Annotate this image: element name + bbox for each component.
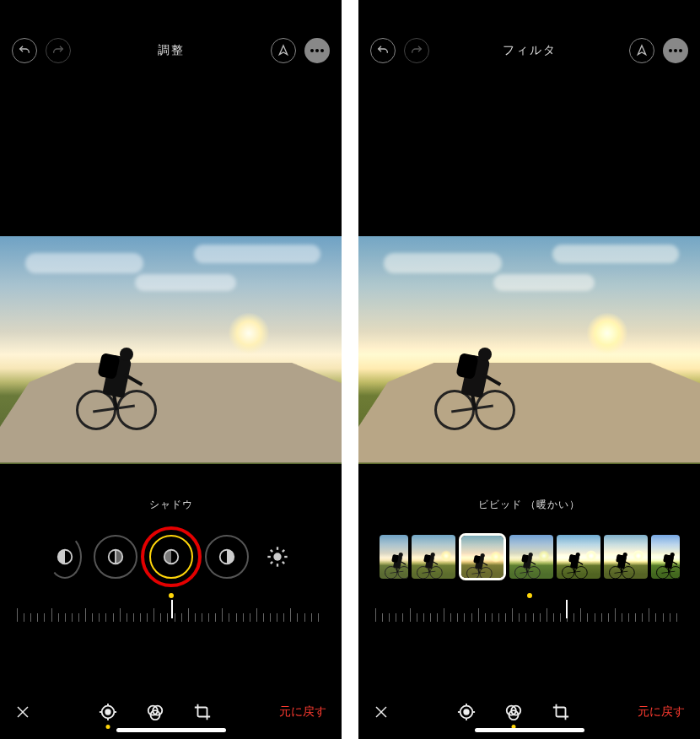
filter-tool-button[interactable]: [145, 702, 165, 722]
svg-point-28: [674, 49, 677, 52]
filter-tool-button[interactable]: [503, 702, 524, 722]
svg-point-1: [315, 49, 319, 52]
cancel-button[interactable]: [15, 704, 30, 720]
more-button[interactable]: [663, 38, 688, 63]
adjust-tool-button[interactable]: [98, 702, 118, 722]
redo-button[interactable]: [404, 38, 429, 63]
svg-point-2: [320, 49, 324, 52]
undo-button[interactable]: [370, 38, 396, 63]
active-dot-icon: [105, 725, 110, 729]
exposure-icon: [106, 548, 125, 566]
value-ruler[interactable]: [17, 601, 325, 622]
value-ruler[interactable]: [375, 601, 683, 622]
close-icon: [374, 704, 389, 720]
crop-tool-icon: [552, 703, 570, 721]
filter-dramatic-warm[interactable]: [604, 535, 648, 579]
more-icon: [310, 49, 324, 52]
svg-line-15: [282, 550, 283, 552]
adjustment-name-label: シャドウ: [0, 498, 342, 512]
adjust-item-exposure[interactable]: [94, 535, 137, 579]
crop-tool-button[interactable]: [551, 702, 571, 722]
filter-vivid-cool[interactable]: [509, 535, 553, 579]
filter-name-label: ビビッド （暖かい）: [358, 498, 700, 512]
undo-icon: [18, 44, 31, 57]
adjust-carousel[interactable]: [0, 527, 342, 586]
mode-title: 調整: [158, 43, 185, 58]
revert-button[interactable]: 元に戻す: [279, 704, 326, 720]
markup-icon: [635, 44, 649, 57]
phone-screen-filter: フィルタ ビビッド （暖かい） 元に戻す: [358, 0, 700, 739]
more-icon: [669, 49, 682, 52]
auto-icon: [56, 548, 74, 566]
cancel-button[interactable]: [374, 704, 389, 720]
markup-icon: [277, 44, 290, 57]
photo-preview[interactable]: [0, 236, 342, 464]
svg-line-14: [270, 562, 272, 564]
filter-dramatic[interactable]: [557, 535, 600, 579]
markup-button[interactable]: [271, 38, 296, 63]
adjust-tool-icon: [457, 703, 476, 721]
undo-icon: [376, 44, 390, 57]
svg-point-7: [273, 553, 281, 560]
carousel-indicator-dot: [169, 593, 174, 598]
revert-button[interactable]: 元に戻す: [638, 704, 685, 720]
filter-original[interactable]: [380, 535, 408, 579]
brightness-icon: [266, 545, 289, 569]
home-indicator[interactable]: [116, 728, 226, 732]
svg-line-12: [270, 550, 272, 552]
photo-preview[interactable]: [358, 236, 700, 464]
undo-button[interactable]: [12, 38, 37, 63]
markup-button[interactable]: [629, 38, 654, 63]
top-bar: 調整: [0, 0, 342, 76]
photo-subject: [434, 329, 519, 430]
shadows-icon: [162, 548, 180, 566]
carousel-indicator-dot: [527, 593, 532, 598]
adjust-item-auto[interactable]: [48, 535, 82, 579]
mode-title: フィルタ: [503, 43, 557, 58]
adjust-tool-icon: [99, 703, 117, 721]
svg-line-13: [282, 562, 283, 564]
svg-point-27: [669, 49, 672, 52]
svg-point-19: [105, 709, 110, 715]
adjust-item-brightness[interactable]: [261, 535, 294, 579]
home-indicator[interactable]: [475, 728, 584, 732]
redo-button[interactable]: [46, 38, 71, 63]
filter-vivid-warm[interactable]: [459, 533, 506, 580]
svg-point-0: [310, 49, 314, 52]
close-icon: [15, 704, 30, 720]
svg-point-33: [464, 709, 469, 715]
filter-tool-icon: [146, 703, 164, 721]
photo-subject: [76, 329, 160, 430]
filter-dramatic-cool[interactable]: [651, 535, 680, 579]
adjust-tool-button[interactable]: [456, 702, 477, 722]
crop-tool-button[interactable]: [192, 702, 213, 722]
more-button[interactable]: [304, 38, 330, 63]
filter-vivid[interactable]: [412, 535, 455, 579]
filter-carousel[interactable]: [358, 527, 700, 586]
contrast-icon: [218, 548, 236, 566]
phone-screen-adjust: 調整 シャドウ: [0, 0, 342, 739]
svg-point-29: [679, 49, 682, 52]
filter-tool-icon: [504, 703, 523, 721]
crop-tool-icon: [193, 703, 212, 721]
adjust-item-contrast[interactable]: [205, 535, 249, 579]
top-bar: フィルタ: [358, 0, 700, 76]
redo-icon: [410, 44, 423, 57]
redo-icon: [51, 44, 65, 57]
adjust-item-shadows[interactable]: [149, 535, 193, 579]
